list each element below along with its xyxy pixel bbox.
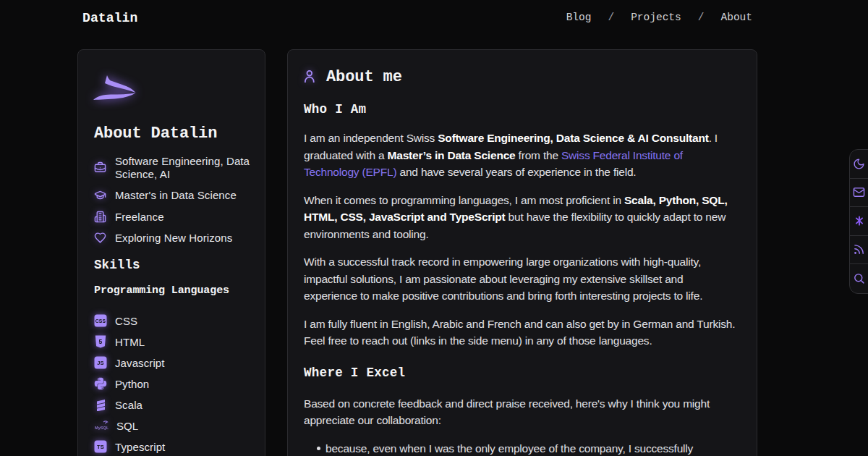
svg-text:5: 5 bbox=[99, 338, 103, 345]
svg-text:TS: TS bbox=[97, 444, 104, 450]
svg-text:CSS: CSS bbox=[95, 318, 106, 324]
svg-text:JS: JS bbox=[97, 360, 103, 366]
svg-text:MySQL: MySQL bbox=[95, 426, 109, 430]
